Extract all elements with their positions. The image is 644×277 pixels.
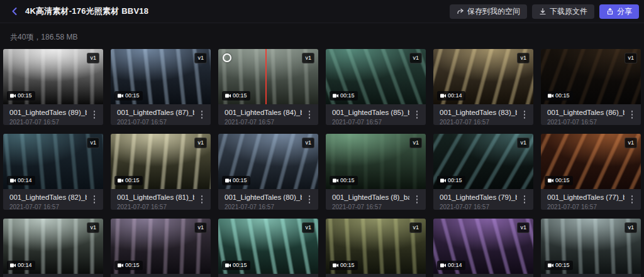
file-date: 2021-07-07 16:57	[332, 204, 409, 210]
more-options-button[interactable]	[519, 193, 530, 206]
select-checkbox[interactable]	[223, 53, 231, 62]
file-name: 001_LightedTales (86)_batch.mp4	[547, 109, 625, 117]
more-options-button[interactable]	[304, 193, 314, 206]
more-options-button[interactable]	[304, 109, 314, 121]
asset-card[interactable]: v1 00:15 001_LightedTales (74)_batch.mp4…	[326, 219, 426, 277]
kebab-icon	[631, 195, 633, 204]
asset-card[interactable]: v1 00:15 001_LightedTales (85)_batch.mp4…	[326, 49, 426, 125]
asset-info: 001_LightedTales (86)_batch.mp4 2021-07-…	[541, 104, 641, 125]
video-thumbnail[interactable]: v1 00:15	[111, 134, 211, 189]
video-thumbnail[interactable]: v1 00:15	[111, 219, 211, 274]
download-original-label: 下载原文件	[550, 6, 587, 17]
duration-text: 00:15	[233, 93, 247, 99]
video-thumbnail[interactable]: v1 00:15	[326, 219, 426, 274]
version-badge: v1	[625, 222, 637, 233]
asset-card[interactable]: v1 00:15 001_LightedTales (87)_batch.mp4…	[111, 49, 211, 125]
video-thumbnail[interactable]: v1 00:14	[3, 219, 103, 274]
item-count-summary: 共40项，186.58 MB	[0, 23, 644, 49]
asset-card[interactable]: v1 00:15 001_LightedTales (75)_batch.mp4…	[111, 219, 211, 277]
duration-badge: 00:14	[437, 261, 465, 270]
video-thumbnail[interactable]: v1 00:15	[218, 219, 318, 274]
share-label: 分享	[617, 6, 632, 17]
video-camera-icon	[118, 263, 123, 268]
duration-text: 00:14	[18, 178, 32, 183]
video-camera-icon	[10, 263, 16, 268]
more-options-button[interactable]	[412, 109, 422, 121]
video-thumbnail[interactable]: v1 00:14	[433, 219, 533, 274]
video-thumbnail[interactable]: v1 00:15	[218, 49, 318, 104]
duration-text: 00:14	[448, 263, 462, 268]
video-thumbnail[interactable]: v1 00:15	[111, 49, 211, 104]
duration-text: 00:15	[555, 93, 570, 99]
asset-card[interactable]: v1 00:15 001_LightedTales (79)_batch.mp4…	[433, 134, 533, 210]
kebab-icon	[416, 111, 418, 119]
duration-badge: 00:15	[7, 91, 35, 100]
more-options-button[interactable]	[627, 109, 637, 121]
video-thumbnail[interactable]: v1 00:15	[3, 49, 103, 104]
video-camera-icon	[548, 94, 553, 98]
more-options-button[interactable]	[89, 109, 99, 121]
file-date: 2021-07-07 16:57	[117, 204, 194, 210]
asset-card[interactable]: v1 00:15 001_LightedTales (86)_batch.mp4…	[541, 49, 641, 125]
asset-card[interactable]: v1 00:15 001_LightedTales (77)_batch.mp4…	[541, 134, 641, 210]
video-thumbnail[interactable]: v1 00:15	[433, 134, 533, 189]
asset-card[interactable]: v1 00:15 001_LightedTales (84)_batch.mp4…	[218, 49, 318, 125]
duration-badge: 00:15	[330, 176, 358, 185]
top-bar: 4K高清素材-176光照素材 BBV18 保存到我的空间 下载原文件 分享	[0, 0, 644, 23]
video-camera-icon	[548, 178, 553, 183]
video-camera-icon	[440, 178, 446, 183]
duration-badge: 00:15	[545, 176, 573, 185]
kebab-icon	[201, 111, 203, 119]
asset-info: 001_LightedTales (74)_batch.mp4 2021-07-…	[326, 274, 426, 277]
asset-card[interactable]: v1 00:15 001_LightedTales (81)_batch.mp4…	[111, 134, 211, 210]
duration-text: 00:15	[125, 263, 140, 268]
more-options-button[interactable]	[412, 193, 422, 206]
more-options-button[interactable]	[89, 193, 99, 206]
save-to-space-icon	[457, 8, 464, 15]
video-thumbnail[interactable]: v1 00:15	[218, 134, 318, 189]
kebab-icon	[524, 111, 526, 119]
back-button[interactable]	[8, 4, 21, 18]
duration-badge: 00:14	[7, 261, 35, 270]
asset-card[interactable]: v1 00:15 001_LightedTales (70)_batch.mp4…	[541, 219, 641, 277]
video-thumbnail[interactable]: v1 00:15	[541, 219, 641, 274]
download-original-button[interactable]: 下载原文件	[532, 4, 594, 19]
asset-grid: v1 00:15 001_LightedTales (89)_batch.mp4…	[0, 49, 644, 277]
duration-text: 00:15	[233, 178, 247, 183]
version-badge: v1	[517, 138, 530, 148]
video-thumbnail[interactable]: v1 00:15	[326, 134, 426, 189]
version-badge: v1	[409, 138, 422, 148]
asset-info: 001_LightedTales (89)_batch.mp4 2021-07-…	[3, 104, 103, 125]
file-date: 2021-07-07 16:57	[9, 119, 87, 125]
duration-text: 00:14	[18, 263, 32, 268]
duration-badge: 00:15	[222, 261, 250, 270]
asset-card[interactable]: v1 00:15 001_LightedTales (76)_batch.mp4…	[218, 219, 318, 277]
video-thumbnail[interactable]: v1 00:15	[541, 49, 641, 104]
asset-card[interactable]: v1 00:14 001_LightedTales (78)_batch.mp4…	[3, 219, 103, 277]
more-options-button[interactable]	[197, 109, 207, 121]
video-thumbnail[interactable]: v1 00:14	[3, 134, 103, 189]
share-button[interactable]: 分享	[599, 4, 639, 19]
file-date: 2021-07-07 16:57	[117, 119, 194, 125]
asset-card[interactable]: v1 00:14 001_LightedTales (73)_batch.mp4…	[433, 219, 533, 277]
asset-info: 001_LightedTales (82)_batch.mp4 2021-07-…	[3, 189, 103, 210]
more-options-button[interactable]	[519, 109, 530, 121]
version-badge: v1	[302, 138, 314, 148]
video-thumbnail[interactable]: v1 00:15	[326, 49, 426, 104]
video-camera-icon	[225, 178, 231, 183]
video-camera-icon	[225, 263, 231, 268]
video-camera-icon	[118, 178, 123, 183]
file-name: 001_LightedTales (8)_batch.mp4	[332, 193, 409, 202]
asset-card[interactable]: v1 00:15 001_LightedTales (8)_batch.mp4 …	[326, 134, 426, 210]
asset-card[interactable]: v1 00:15 001_LightedTales (80)_batch.mp4…	[218, 134, 318, 210]
duration-text: 00:15	[555, 263, 570, 268]
video-thumbnail[interactable]: v1 00:15	[541, 134, 641, 189]
more-options-button[interactable]	[197, 193, 207, 206]
more-options-button[interactable]	[627, 193, 637, 206]
video-thumbnail[interactable]: v1 00:14	[433, 49, 533, 104]
asset-card[interactable]: v1 00:14 001_LightedTales (83)_batch.mp4…	[433, 49, 533, 125]
save-to-space-button[interactable]: 保存到我的空间	[450, 4, 527, 19]
asset-card[interactable]: v1 00:14 001_LightedTales (82)_batch.mp4…	[3, 134, 103, 210]
file-date: 2021-07-07 16:57	[225, 204, 302, 210]
asset-card[interactable]: v1 00:15 001_LightedTales (89)_batch.mp4…	[3, 49, 103, 125]
